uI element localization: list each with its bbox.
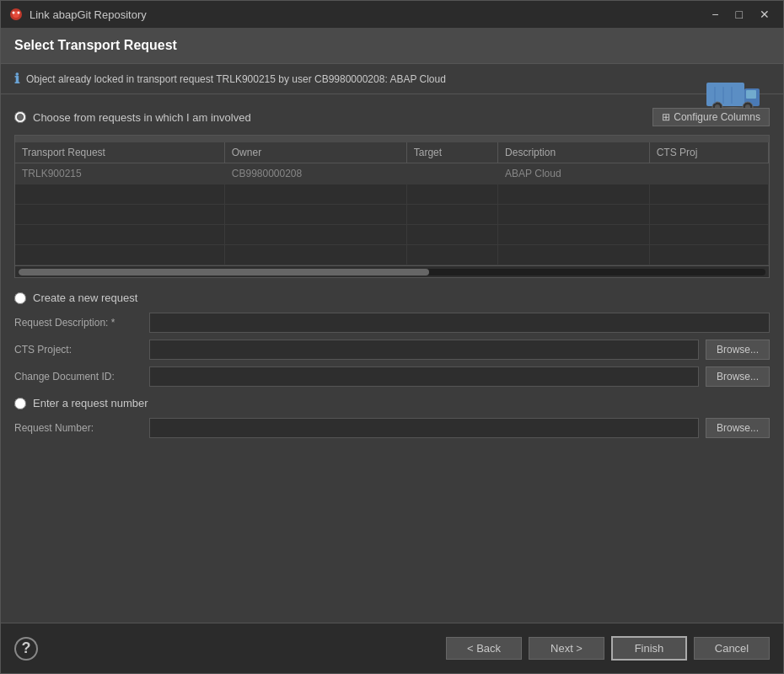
cell-cts-proj — [649, 163, 768, 185]
table-row[interactable]: TRLK900215 CB9980000208 ABAP Cloud — [15, 163, 769, 185]
table-toolbar — [15, 136, 769, 142]
next-button[interactable]: Next > — [529, 637, 604, 660]
dialog-window: Link abapGit Repository − □ ✕ Select Tra… — [0, 0, 784, 674]
columns-icon: ⊞ — [662, 111, 670, 123]
back-button[interactable]: < Back — [446, 637, 522, 660]
finish-button[interactable]: Finish — [611, 636, 687, 661]
cell-description — [498, 245, 650, 265]
scrollbar-track — [19, 269, 765, 275]
title-bar: Link abapGit Repository − □ ✕ — [1, 1, 783, 28]
cell-owner — [224, 185, 406, 205]
transport-table-container: Transport Request Owner Target Descripti… — [14, 135, 770, 278]
section-title: Select Transport Request — [14, 38, 177, 52]
cell-description — [498, 185, 650, 205]
table-row[interactable] — [15, 245, 769, 265]
change-document-row: Change Document ID: Browse... — [14, 366, 770, 387]
cell-description — [498, 205, 650, 225]
bottom-bar: ? < Back Next > Finish Cancel — [1, 623, 783, 673]
transport-table: Transport Request Owner Target Descripti… — [15, 142, 769, 265]
cell-description: ABAP Cloud — [498, 163, 650, 185]
help-button[interactable]: ? — [14, 637, 38, 661]
table-header-row: Transport Request Owner Target Descripti… — [15, 142, 769, 163]
request-number-input[interactable] — [149, 418, 699, 438]
cts-project-label: CTS Project: — [14, 344, 149, 356]
cell-description — [498, 225, 650, 245]
choose-radio-row: Choose from requests in which I am invol… — [14, 108, 770, 126]
request-number-label: Request Number: — [14, 422, 149, 434]
cell-cts-proj — [649, 185, 768, 205]
cell-transport-request: TRLK900215 — [15, 163, 224, 185]
cell-owner: CB9980000208 — [224, 163, 406, 185]
cts-project-browse-button[interactable]: Browse... — [706, 340, 770, 360]
choose-radio[interactable] — [14, 111, 26, 123]
request-description-label: Request Description: * — [14, 317, 149, 329]
request-number-browse-button[interactable]: Browse... — [706, 418, 770, 438]
cell-target — [406, 245, 497, 265]
cell-owner — [224, 245, 406, 265]
table-row[interactable] — [15, 205, 769, 225]
cell-cts-proj — [649, 245, 768, 265]
cts-project-row: CTS Project: Browse... — [14, 340, 770, 360]
cancel-button[interactable]: Cancel — [694, 637, 770, 660]
create-radio-label: Create a new request — [33, 292, 137, 304]
table-row[interactable] — [15, 225, 769, 245]
configure-columns-button[interactable]: ⊞ Configure Columns — [652, 108, 770, 126]
change-document-input[interactable] — [149, 366, 699, 387]
cell-transport-request — [15, 245, 224, 265]
cell-target — [406, 205, 497, 225]
section-header: Select Transport Request — [1, 28, 783, 64]
table-scrollbar[interactable] — [15, 265, 769, 277]
table-row[interactable] — [15, 185, 769, 205]
minimize-button[interactable]: − — [706, 7, 723, 22]
cts-project-input[interactable] — [149, 340, 699, 360]
scrollbar-thumb — [19, 269, 429, 275]
enter-radio-label: Enter a request number — [33, 397, 148, 409]
enter-radio[interactable] — [14, 398, 26, 409]
col-cts-proj: CTS Proj — [649, 142, 768, 163]
info-bar: ℹ Object already locked in transport req… — [1, 64, 783, 94]
choose-section: Choose from requests in which I am invol… — [14, 108, 770, 278]
cell-target — [406, 163, 497, 185]
change-document-browse-button[interactable]: Browse... — [706, 366, 770, 387]
title-bar-controls: − □ ✕ — [706, 7, 775, 22]
main-content: Choose from requests in which I am invol… — [1, 94, 783, 623]
title-bar-title: Link abapGit Repository — [30, 8, 147, 21]
request-number-row: Request Number: Browse... — [14, 418, 770, 438]
cell-target — [406, 225, 497, 245]
info-message: Object already locked in transport reque… — [26, 73, 446, 85]
cell-transport-request — [15, 185, 224, 205]
col-target: Target — [406, 142, 497, 163]
info-icon: ℹ — [14, 71, 19, 87]
col-transport-request: Transport Request — [15, 142, 224, 163]
svg-point-2 — [13, 12, 15, 14]
bottom-left: ? — [14, 637, 38, 661]
create-section: Create a new request Request Description… — [14, 292, 770, 387]
col-owner: Owner — [224, 142, 406, 163]
enter-radio-row: Enter a request number — [14, 397, 770, 409]
svg-point-3 — [18, 12, 20, 14]
abapgit-icon — [9, 8, 23, 21]
col-description: Description — [498, 142, 650, 163]
cell-target — [406, 185, 497, 205]
choose-radio-label: Choose from requests in which I am invol… — [33, 111, 251, 124]
cell-cts-proj — [649, 205, 768, 225]
request-description-input[interactable] — [149, 313, 770, 333]
cell-transport-request — [15, 205, 224, 225]
title-bar-left: Link abapGit Repository — [9, 8, 147, 21]
bottom-right: < Back Next > Finish Cancel — [446, 636, 770, 661]
close-button[interactable]: ✕ — [754, 7, 775, 22]
request-description-row: Request Description: * — [14, 313, 770, 333]
cell-cts-proj — [649, 225, 768, 245]
enter-section: Enter a request number Request Number: B… — [14, 397, 770, 438]
change-document-label: Change Document ID: — [14, 371, 149, 382]
configure-columns-label: Configure Columns — [674, 111, 760, 123]
cell-owner — [224, 225, 406, 245]
cell-transport-request — [15, 225, 224, 245]
create-radio-row: Create a new request — [14, 292, 770, 304]
maximize-button[interactable]: □ — [731, 7, 748, 22]
cell-owner — [224, 205, 406, 225]
create-radio[interactable] — [14, 292, 26, 304]
